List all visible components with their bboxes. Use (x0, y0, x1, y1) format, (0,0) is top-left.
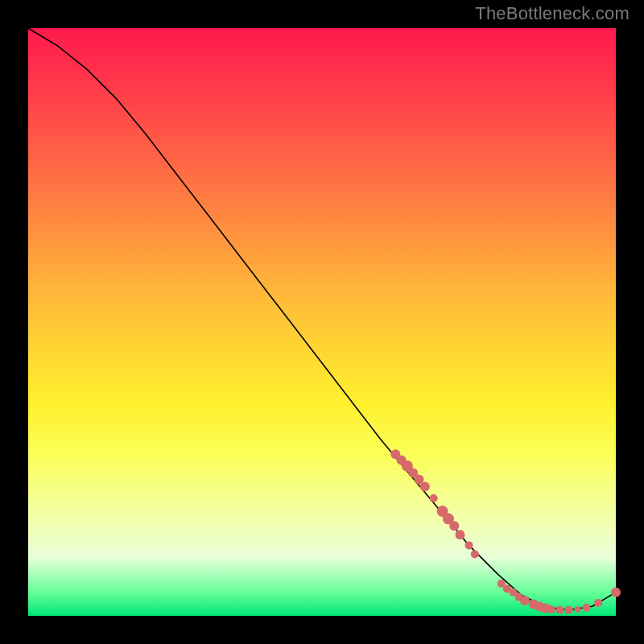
data-point (420, 481, 430, 491)
data-point (565, 606, 573, 614)
data-point (471, 550, 479, 558)
data-point (556, 606, 564, 614)
bottleneck-curve (28, 28, 616, 610)
data-point (520, 596, 530, 605)
data-point (449, 521, 459, 530)
data-point (430, 494, 438, 502)
data-point (547, 605, 555, 613)
chart-frame: TheBottleneck.com (0, 0, 644, 644)
data-point (456, 530, 465, 539)
data-point (465, 541, 473, 549)
chart-svg (28, 28, 616, 616)
marker-group (390, 449, 621, 613)
data-point (594, 599, 602, 607)
attribution-text: TheBottleneck.com (475, 3, 630, 24)
data-point (583, 604, 591, 612)
data-point (575, 606, 581, 613)
data-point (611, 588, 621, 597)
